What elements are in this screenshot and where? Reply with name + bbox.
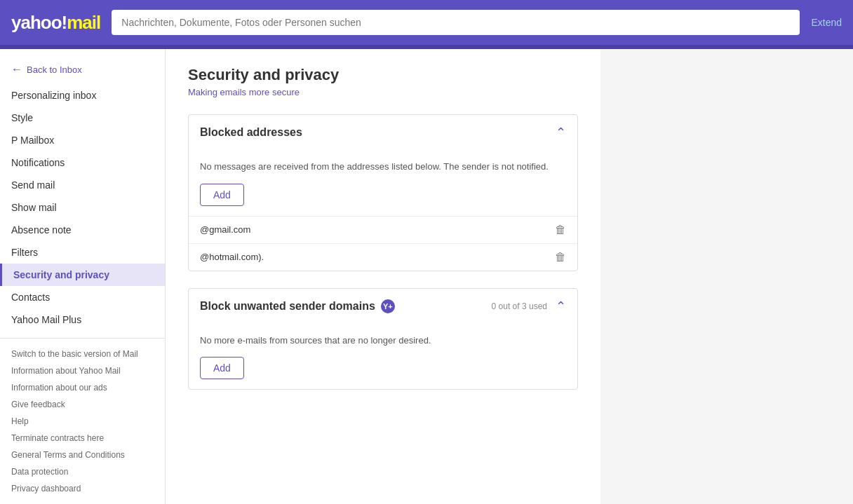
main-content: Security and privacy Making emails more … — [166, 49, 600, 504]
delete-blocked-address-2-button[interactable]: 🗑 — [555, 251, 566, 264]
blocked-addresses-desc: No messages are received from the addres… — [200, 160, 566, 174]
block-domains-add-button[interactable]: Add — [200, 357, 244, 379]
logo-mail-text: mail — [67, 12, 100, 33]
sidebar-item-absence-note[interactable]: Absence note — [0, 219, 165, 241]
blocked-addresses-add-button[interactable]: Add — [200, 184, 244, 206]
sidebar-item-p-mailbox[interactable]: P Mailbox — [0, 129, 165, 151]
sidebar-small-data-protection[interactable]: Data protection — [0, 463, 165, 480]
back-arrow-icon: ← — [11, 63, 22, 76]
page-layout: ← Back to Inbox Personalizing inbox Styl… — [0, 49, 853, 504]
sidebar-item-filters[interactable]: Filters — [0, 241, 165, 264]
yahoo-logo: yahoo!mail — [11, 12, 100, 34]
block-domains-header-right: 0 out of 3 used ⌃ — [486, 299, 566, 314]
blocked-address-item-2: @hotmail.com). 🗑 — [189, 244, 577, 271]
sidebar-small-terminate-contracts[interactable]: Terminate contracts here — [0, 430, 165, 447]
blocked-address-list: @gmail.com 🗑 @hotmail.com). 🗑 — [189, 216, 577, 271]
search-input[interactable] — [112, 10, 800, 35]
sidebar-small-info-ads[interactable]: Information about our ads — [0, 379, 165, 396]
block-domains-title: Block unwanted sender domains Y+ — [200, 299, 395, 313]
block-domains-header: Block unwanted sender domains Y+ 0 out o… — [189, 289, 577, 324]
usage-text: 0 out of 3 used — [492, 301, 547, 311]
page-title: Security and privacy — [188, 66, 578, 84]
sidebar-item-show-mail[interactable]: Show mail — [0, 196, 165, 219]
extend-link[interactable]: Extend — [811, 17, 842, 28]
blocked-addresses-header: Blocked addresses ⌃ — [189, 115, 577, 150]
block-domains-desc: No more e-mails from sources that are no… — [200, 334, 566, 348]
blocked-addresses-toggle[interactable]: ⌃ — [556, 125, 566, 140]
sidebar-small-switch-basic[interactable]: Switch to the basic version of Mail — [0, 346, 165, 362]
sidebar-item-personalizing-inbox[interactable]: Personalizing inbox — [0, 84, 165, 107]
back-to-inbox-link[interactable]: ← Back to Inbox — [0, 57, 165, 84]
blocked-address-email-2: @hotmail.com). — [200, 252, 264, 262]
sidebar-item-style[interactable]: Style — [0, 107, 165, 129]
blocked-addresses-title: Blocked addresses — [200, 126, 302, 139]
block-domains-toggle[interactable]: ⌃ — [556, 299, 566, 314]
sidebar-item-contacts[interactable]: Contacts — [0, 286, 165, 308]
page-subtitle: Making emails more secure — [188, 87, 578, 97]
back-label: Back to Inbox — [27, 64, 82, 75]
sidebar-item-send-mail[interactable]: Send mail — [0, 174, 165, 196]
sidebar-small-general-terms[interactable]: General Terms and Conditions — [0, 447, 165, 463]
sidebar-small-give-feedback[interactable]: Give feedback — [0, 396, 165, 413]
sidebar-item-security-privacy[interactable]: Security and privacy — [0, 264, 165, 286]
sidebar-item-yahoo-mail-plus[interactable]: Yahoo Mail Plus — [0, 308, 165, 331]
blocked-addresses-section: Blocked addresses ⌃ No messages are rece… — [188, 114, 578, 271]
sidebar-item-notifications[interactable]: Notifications — [0, 151, 165, 174]
blocked-address-email-1: @gmail.com — [200, 224, 250, 235]
sidebar: ← Back to Inbox Personalizing inbox Styl… — [0, 49, 166, 504]
app-header: yahoo!mail Extend — [0, 0, 853, 45]
blocked-address-item-1: @gmail.com 🗑 — [189, 217, 577, 244]
blocked-addresses-body: No messages are received from the addres… — [189, 150, 577, 216]
plus-badge: Y+ — [381, 299, 395, 313]
delete-blocked-address-1-button[interactable]: 🗑 — [555, 224, 566, 236]
block-domains-section: Block unwanted sender domains Y+ 0 out o… — [188, 288, 578, 390]
sidebar-small-help[interactable]: Help — [0, 413, 165, 430]
sidebar-divider — [0, 338, 165, 339]
sidebar-small-privacy-dashboard[interactable]: Privacy dashboard — [0, 480, 165, 497]
sidebar-small-info-yahoo[interactable]: Information about Yahoo Mail — [0, 362, 165, 379]
block-domains-body: No more e-mails from sources that are no… — [189, 324, 577, 390]
